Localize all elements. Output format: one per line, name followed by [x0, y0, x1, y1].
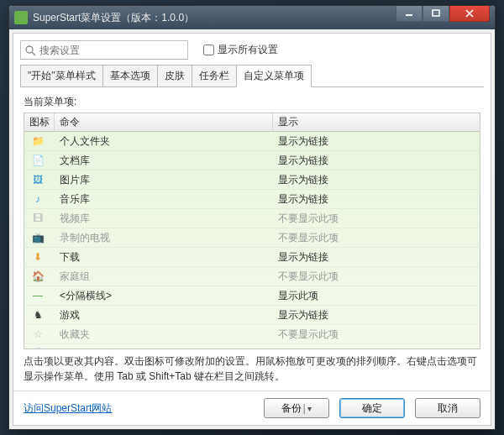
close-icon: [465, 9, 474, 18]
row-icon[interactable]: 📺: [24, 231, 55, 244]
client-area: 显示所有设置 "开始"菜单样式基本选项皮肤任务栏自定义菜单项 当前菜单项: 图标…: [13, 33, 491, 426]
svg-rect-1: [433, 10, 439, 16]
app-icon: [14, 11, 28, 24]
table-row[interactable]: —<分隔横线>显示此项: [24, 286, 480, 306]
row-command: 个人文件夹: [55, 134, 273, 149]
row-icon[interactable]: 🏠: [24, 270, 55, 283]
row-command: 最近使用的项目: [55, 347, 273, 349]
column-command-header[interactable]: 命令: [55, 113, 273, 131]
settings-window: SuperStart菜单设置（版本：1.0.0）: [8, 5, 496, 430]
titlebar[interactable]: SuperStart菜单设置（版本：1.0.0）: [9, 6, 495, 29]
row-icon[interactable]: ⬇: [24, 250, 55, 264]
row-display: 显示为链接: [273, 308, 480, 322]
row-command: 游戏: [55, 308, 273, 322]
row-command: 家庭组: [55, 270, 273, 284]
row-display: 不要显示此项: [273, 212, 480, 226]
maximize-button[interactable]: [423, 5, 449, 22]
row-command: 收藏夹: [55, 328, 273, 342]
column-icon-header[interactable]: 图标: [24, 113, 55, 131]
current-items-label: 当前菜单项:: [13, 88, 491, 113]
table-row[interactable]: 🏠家庭组不要显示此项: [24, 267, 480, 286]
list-body[interactable]: 📁个人文件夹显示为链接📄文档库显示为链接🖼图片库显示为链接♪音乐库显示为链接🎞视…: [24, 132, 480, 349]
row-icon[interactable]: 📄: [24, 154, 55, 167]
menu-items-list: 图标 命令 显示 📁个人文件夹显示为链接📄文档库显示为链接🖼图片库显示为链接♪音…: [24, 113, 480, 349]
tab-4[interactable]: 自定义菜单项: [236, 65, 312, 87]
row-command: 录制的电视: [55, 231, 273, 245]
table-row[interactable]: ♞游戏显示为链接: [24, 306, 480, 325]
svg-point-2: [26, 46, 33, 53]
hint-text: 点击项以更改其内容。双击图标可修改附加的设置。用鼠标拖放可更改项的排列顺序。右键…: [13, 349, 491, 390]
row-icon[interactable]: ☆: [24, 328, 55, 341]
table-row[interactable]: 🕓最近使用的项目不要显示此项: [24, 344, 480, 349]
website-link[interactable]: 访问SuperStart网站: [24, 401, 112, 416]
row-icon[interactable]: 📁: [24, 134, 55, 148]
table-row[interactable]: 📺录制的电视不要显示此项: [24, 228, 480, 248]
table-row[interactable]: 🎞视频库不要显示此项: [24, 209, 480, 228]
row-command: 下载: [55, 250, 273, 265]
row-display: 显示为链接: [273, 173, 480, 187]
row-display: 不要显示此项: [273, 270, 480, 284]
table-row[interactable]: 📄文档库显示为链接: [24, 151, 480, 170]
row-command: <分隔横线>: [55, 289, 273, 303]
row-command: 音乐库: [55, 192, 273, 207]
row-display: 显示为链接: [273, 250, 480, 265]
table-row[interactable]: ☆收藏夹不要显示此项: [24, 325, 480, 344]
search-box[interactable]: [20, 40, 188, 60]
search-icon: [24, 45, 36, 56]
minimize-icon: [405, 9, 413, 18]
tab-2[interactable]: 皮肤: [157, 65, 192, 87]
cancel-button[interactable]: 取消: [415, 398, 480, 418]
maximize-icon: [432, 9, 440, 18]
table-row[interactable]: ♪音乐库显示为链接: [24, 190, 480, 209]
tab-3[interactable]: 任务栏: [192, 65, 237, 87]
row-display: 不要显示此项: [273, 328, 480, 342]
row-icon[interactable]: 🎞: [24, 212, 55, 225]
row-icon[interactable]: ♞: [24, 308, 55, 322]
row-icon[interactable]: ♪: [24, 192, 55, 206]
table-row[interactable]: ⬇下载显示为链接: [24, 248, 480, 267]
search-input[interactable]: [36, 45, 184, 56]
row-command: 图片库: [55, 173, 273, 187]
svg-rect-0: [406, 14, 412, 16]
row-command: 视频库: [55, 212, 273, 226]
minimize-button[interactable]: [396, 5, 423, 22]
ok-button[interactable]: 确定: [339, 398, 405, 418]
table-row[interactable]: 📁个人文件夹显示为链接: [24, 132, 480, 151]
row-icon[interactable]: —: [24, 289, 55, 302]
row-icon[interactable]: 🖼: [24, 173, 55, 186]
row-display: 不要显示此项: [273, 231, 480, 245]
tab-strip: "开始"菜单样式基本选项皮肤任务栏自定义菜单项: [13, 65, 491, 87]
show-all-settings[interactable]: 显示所有设置: [203, 43, 278, 57]
row-display: 显示为链接: [273, 154, 480, 168]
window-title: SuperStart菜单设置（版本：1.0.0）: [33, 11, 396, 25]
row-display: 不要显示此项: [273, 347, 480, 349]
svg-line-3: [32, 52, 35, 55]
row-display: 显示为链接: [273, 192, 480, 207]
show-all-checkbox[interactable]: [203, 45, 214, 55]
tab-1[interactable]: 基本选项: [102, 65, 158, 87]
table-row[interactable]: 🖼图片库显示为链接: [24, 170, 480, 190]
column-display-header[interactable]: 显示: [273, 113, 480, 131]
row-display: 显示此项: [273, 289, 480, 303]
row-display: 显示为链接: [273, 134, 480, 149]
list-header: 图标 命令 显示: [24, 113, 480, 132]
tab-0[interactable]: "开始"菜单样式: [20, 65, 103, 87]
top-row: 显示所有设置: [13, 34, 491, 65]
show-all-label: 显示所有设置: [218, 43, 278, 57]
row-icon[interactable]: 🕓: [24, 347, 55, 349]
close-button[interactable]: [449, 5, 490, 22]
backup-button[interactable]: 备份: [264, 398, 329, 418]
row-command: 文档库: [55, 154, 273, 168]
footer: 访问SuperStart网站 备份 确定 取消: [13, 390, 491, 425]
